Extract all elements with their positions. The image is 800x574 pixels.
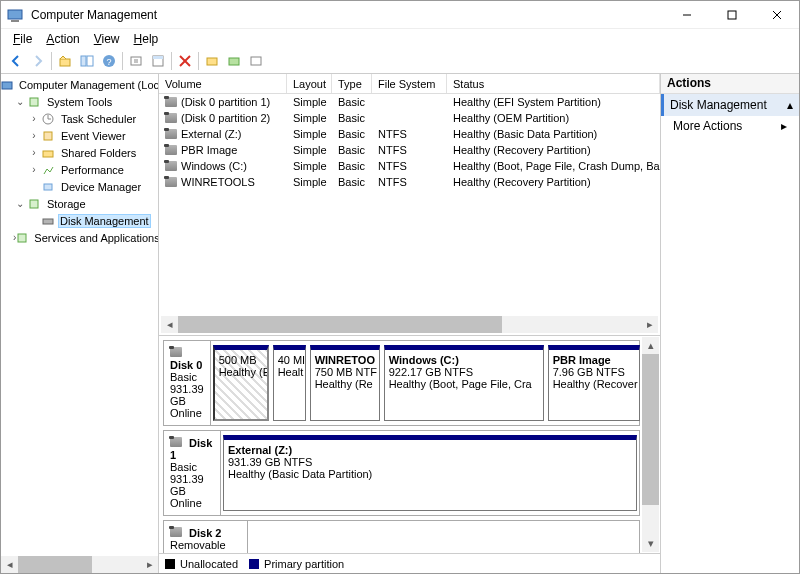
- partition-label: Windows (C:): [389, 354, 459, 366]
- forward-button[interactable]: [27, 50, 49, 72]
- properties-button[interactable]: [147, 50, 169, 72]
- partition[interactable]: Windows (C:)922.17 GB NTFSHealthy (Boot,…: [384, 345, 544, 421]
- scroll-right-icon[interactable]: ▸: [141, 556, 158, 573]
- svg-rect-0: [8, 10, 22, 19]
- scroll-up-icon[interactable]: ▴: [642, 337, 659, 354]
- tree-root[interactable]: Computer Management (Local: [1, 76, 158, 93]
- volume-name: (Disk 0 partition 2): [181, 112, 270, 124]
- disk-type: Basic: [170, 371, 197, 383]
- partition-size: 922.17 GB NTFS: [389, 366, 473, 378]
- col-status[interactable]: Status: [447, 74, 660, 93]
- volume-icon: [165, 129, 177, 139]
- volume-type: Basic: [332, 96, 372, 108]
- volume-row[interactable]: Windows (C:)SimpleBasicNTFSHealthy (Boot…: [159, 158, 660, 174]
- volume-row[interactable]: External (Z:)SimpleBasicNTFSHealthy (Bas…: [159, 126, 660, 142]
- action-button-2[interactable]: [223, 50, 245, 72]
- col-layout[interactable]: Layout: [287, 74, 332, 93]
- volume-type: Basic: [332, 112, 372, 124]
- svg-rect-17: [229, 58, 239, 65]
- disk-info[interactable]: Disk 1Basic931.39 GBOnline: [164, 431, 221, 515]
- menu-help[interactable]: Help: [128, 31, 165, 47]
- partition[interactable]: WINRETOO750 MB NTFHealthy (Re: [310, 345, 380, 421]
- volume-icon: [165, 113, 177, 123]
- partition-size: 931.39 GB NTFS: [228, 456, 312, 468]
- svg-rect-25: [30, 200, 38, 208]
- partition[interactable]: External (Z:)931.39 GB NTFSHealthy (Basi…: [223, 435, 637, 511]
- menu-view[interactable]: View: [88, 31, 126, 47]
- partition-status: Healthy (Boot, Page File, Cra: [389, 378, 532, 390]
- col-type[interactable]: Type: [332, 74, 372, 93]
- tree-performance[interactable]: ›Performance: [1, 161, 158, 178]
- partition-status: Healt: [278, 366, 304, 378]
- scroll-left-icon[interactable]: ◂: [161, 316, 178, 333]
- disk-info[interactable]: Disk 2Removable (E:)No Media: [164, 521, 248, 553]
- tree-event-viewer[interactable]: ›Event Viewer: [1, 127, 158, 144]
- volume-row[interactable]: (Disk 0 partition 1)SimpleBasicHealthy (…: [159, 94, 660, 110]
- legend-primary-label: Primary partition: [264, 558, 344, 570]
- scroll-right-icon[interactable]: ▸: [641, 316, 658, 333]
- volume-list-header: Volume Layout Type File System Status: [159, 74, 660, 94]
- title-bar: Computer Management: [1, 1, 799, 29]
- legend-unallocated-swatch: [165, 559, 175, 569]
- col-volume[interactable]: Volume: [159, 74, 287, 93]
- show-hide-tree-button[interactable]: [76, 50, 98, 72]
- delete-button[interactable]: [174, 50, 196, 72]
- action-button-3[interactable]: [245, 50, 267, 72]
- disk-row[interactable]: Disk 1Basic931.39 GBOnlineExternal (Z:)9…: [163, 430, 640, 516]
- svg-rect-27: [18, 234, 26, 242]
- svg-rect-22: [44, 132, 52, 140]
- disk-info[interactable]: Disk 0Basic931.39 GBOnline: [164, 341, 211, 425]
- tree-shared-folders[interactable]: ›Shared Folders: [1, 144, 158, 161]
- volume-layout: Simple: [287, 160, 332, 172]
- svg-rect-23: [43, 151, 53, 157]
- tree-system-tools[interactable]: ⌄System Tools: [1, 93, 158, 110]
- col-filesystem[interactable]: File System: [372, 74, 447, 93]
- volume-row[interactable]: (Disk 0 partition 2)SimpleBasicHealthy (…: [159, 110, 660, 126]
- scroll-down-icon[interactable]: ▾: [642, 535, 659, 552]
- minimize-button[interactable]: [664, 1, 709, 29]
- tree-device-manager[interactable]: Device Manager: [1, 178, 158, 195]
- tree-storage[interactable]: ⌄Storage: [1, 195, 158, 212]
- tree-scrollbar-horizontal[interactable]: ◂ ▸: [1, 556, 158, 573]
- disk-row[interactable]: Disk 0Basic931.39 GBOnline500 MBHealthy …: [163, 340, 640, 426]
- refresh-button[interactable]: [125, 50, 147, 72]
- legend: Unallocated Primary partition: [159, 553, 660, 573]
- actions-more[interactable]: More Actions ▸: [661, 116, 799, 136]
- action-button-1[interactable]: [201, 50, 223, 72]
- volume-name: PBR Image: [181, 144, 237, 156]
- volume-type: Basic: [332, 144, 372, 156]
- partition-status: Healthy (Re: [315, 378, 373, 390]
- svg-text:?: ?: [106, 57, 111, 67]
- close-button[interactable]: [754, 1, 799, 29]
- volume-status: Healthy (Basic Data Partition): [447, 128, 660, 140]
- tree-services-apps[interactable]: ›Services and Applications: [1, 229, 158, 246]
- partition[interactable]: PBR Image7.96 GB NTFSHealthy (Recover: [548, 345, 640, 421]
- help-button[interactable]: ?: [98, 50, 120, 72]
- up-button[interactable]: [54, 50, 76, 72]
- svg-rect-11: [131, 57, 141, 65]
- svg-rect-1: [11, 20, 19, 22]
- menu-file[interactable]: File: [7, 31, 38, 47]
- volume-list-scrollbar-horizontal[interactable]: ◂ ▸: [161, 316, 658, 333]
- menu-action[interactable]: Action: [40, 31, 85, 47]
- volume-row[interactable]: PBR ImageSimpleBasicNTFSHealthy (Recover…: [159, 142, 660, 158]
- partition[interactable]: 40 MIHealt: [273, 345, 306, 421]
- maximize-button[interactable]: [709, 1, 754, 29]
- svg-rect-3: [728, 11, 736, 19]
- tree-disk-management[interactable]: Disk Management: [1, 212, 158, 229]
- back-button[interactable]: [5, 50, 27, 72]
- main-pane: Volume Layout Type File System Status (D…: [159, 74, 661, 573]
- legend-primary-swatch: [249, 559, 259, 569]
- volume-status: Healthy (EFI System Partition): [447, 96, 660, 108]
- disk-row[interactable]: Disk 2Removable (E:)No Media: [163, 520, 640, 553]
- disk-type: Removable (E:): [170, 539, 226, 553]
- scroll-left-icon[interactable]: ◂: [1, 556, 18, 573]
- actions-section[interactable]: Disk Management ▴: [661, 94, 799, 116]
- disk-id: Disk 2: [189, 527, 221, 539]
- disk-view-scrollbar-vertical[interactable]: ▴ ▾: [642, 337, 659, 552]
- partition-size: 500 MB: [219, 354, 257, 366]
- volume-row[interactable]: WINRETOOLSSimpleBasicNTFSHealthy (Recove…: [159, 174, 660, 190]
- tree-task-scheduler[interactable]: ›Task Scheduler: [1, 110, 158, 127]
- partition[interactable]: 500 MBHealthy (EF: [213, 345, 269, 421]
- chevron-right-icon: ▸: [781, 119, 787, 133]
